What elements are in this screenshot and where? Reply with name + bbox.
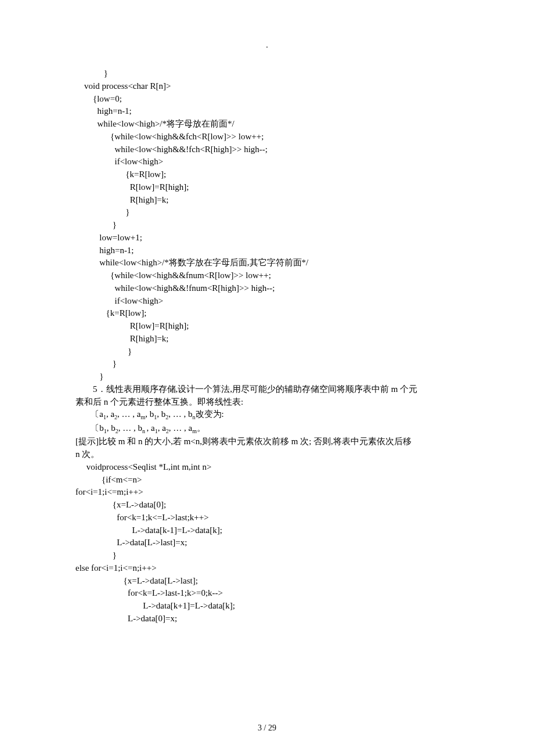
problem5-hint-line2: n 次。 — [75, 448, 459, 461]
problem5-hint-line1: [提示]比较 m 和 n 的大小,若 m<n,则将表中元素依次前移 m 次; 否… — [75, 435, 459, 448]
code-block-bottom: voidprocess<Seqlist *L,int m,int n> {if<… — [75, 461, 459, 625]
page-footer: 3 / 29 — [0, 723, 534, 733]
code-block-top: } void process<char R[n]> {low=0; high=n… — [75, 67, 459, 383]
header-dot: . — [75, 41, 459, 50]
document-page: . } void process<char R[n]> {low=0; high… — [0, 0, 534, 756]
problem5-formula1: 〔a1, a2, … , am, b1, b2, … , bn改变为: — [75, 408, 459, 422]
problem5-title-line2: 素和后 n 个元素进行整体互换。即将线性表: — [75, 396, 459, 409]
problem5-title-line1: 5．线性表用顺序存储,设计一个算法,用尽可能少的辅助存储空间将顺序表中前 m 个… — [75, 383, 459, 396]
problem5-formula2: 〔b1, b2, … , bn , a1, a2, … , am。 — [75, 422, 459, 436]
